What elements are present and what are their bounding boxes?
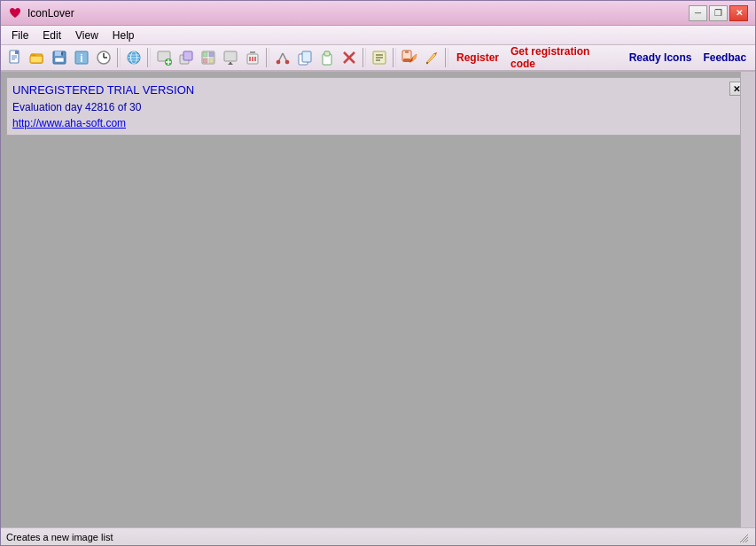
title-icon xyxy=(8,6,22,20)
new-button[interactable] xyxy=(4,47,26,68)
svg-point-42 xyxy=(277,60,280,64)
import-button[interactable] xyxy=(220,47,241,68)
trial-close-button[interactable]: ✕ xyxy=(729,82,744,96)
restore-button[interactable]: ❐ xyxy=(709,5,728,21)
title-bar: IconLover ─ ❐ ✕ xyxy=(1,1,755,26)
menu-edit[interactable]: Edit xyxy=(35,27,68,44)
ready-icons-link[interactable]: Ready Icons xyxy=(624,50,698,66)
svg-rect-6 xyxy=(30,56,43,63)
work-area: UNREGISTERED TRIAL VERSION Evaluation da… xyxy=(1,72,755,545)
svg-rect-10 xyxy=(61,52,63,56)
globe-button[interactable] xyxy=(123,47,144,68)
clock-button[interactable] xyxy=(93,47,114,68)
menu-view[interactable]: View xyxy=(68,27,105,44)
trial-eval: Evaluation day 42816 of 30 xyxy=(12,99,194,115)
svg-point-43 xyxy=(285,60,289,64)
save-button[interactable] xyxy=(49,47,70,68)
sep2 xyxy=(147,48,151,67)
svg-marker-34 xyxy=(228,62,233,65)
app-window: IconLover ─ ❐ ✕ File Edit View Help xyxy=(0,0,756,546)
svg-rect-1 xyxy=(15,51,19,54)
sep3 xyxy=(266,48,269,67)
sep6 xyxy=(445,48,448,67)
svg-rect-9 xyxy=(55,58,64,62)
svg-rect-47 xyxy=(324,51,330,56)
sep4 xyxy=(362,48,366,67)
paste-button[interactable] xyxy=(316,47,338,68)
delete-button[interactable] xyxy=(339,47,360,68)
open-button[interactable] xyxy=(27,47,48,68)
svg-text:i: i xyxy=(80,52,82,65)
get-code-link[interactable]: Get registration code xyxy=(505,43,623,72)
status-resize-grip xyxy=(736,530,750,544)
feedback-link[interactable]: Feedbac xyxy=(698,50,752,66)
info-button[interactable]: i xyxy=(71,47,92,68)
minimize-button[interactable]: ─ xyxy=(689,5,707,21)
toolbar: i xyxy=(1,45,755,72)
delete2-button[interactable] xyxy=(242,47,263,68)
menu-file[interactable]: File xyxy=(4,27,35,44)
menu-bar: File Edit View Help xyxy=(1,26,755,45)
title-left: IconLover xyxy=(8,6,74,20)
svg-rect-29 xyxy=(209,52,214,57)
svg-rect-55 xyxy=(405,51,409,53)
svg-line-65 xyxy=(745,540,748,542)
close-button[interactable]: ✕ xyxy=(729,5,748,21)
svg-rect-32 xyxy=(224,51,237,61)
svg-rect-56 xyxy=(403,58,410,62)
content-area: UNREGISTERED TRIAL VERSION Evaluation da… xyxy=(1,72,755,545)
title-text: IconLover xyxy=(27,7,74,20)
register-link[interactable]: Register xyxy=(451,50,504,66)
svg-rect-30 xyxy=(203,58,207,63)
cut-button[interactable] xyxy=(272,47,293,68)
trial-title: UNREGISTERED TRIAL VERSION xyxy=(12,82,194,99)
sep1 xyxy=(117,48,121,67)
svg-rect-26 xyxy=(183,51,192,60)
trial-notice: UNREGISTERED TRIAL VERSION Evaluation da… xyxy=(6,77,750,136)
title-buttons: ─ ❐ ✕ xyxy=(689,5,748,21)
svg-rect-31 xyxy=(209,58,214,63)
pencil-button[interactable] xyxy=(421,47,442,68)
trial-text: UNREGISTERED TRIAL VERSION Evaluation da… xyxy=(12,82,194,131)
add-button[interactable] xyxy=(153,47,175,68)
status-bar: Creates a new image list xyxy=(1,527,755,545)
status-text: Creates a new image list xyxy=(6,532,736,542)
svg-marker-59 xyxy=(426,53,436,63)
paint-button[interactable] xyxy=(399,47,420,68)
svg-line-64 xyxy=(743,537,748,542)
svg-rect-28 xyxy=(203,52,207,57)
trial-link[interactable]: http://www.aha-soft.com xyxy=(12,115,194,131)
properties-button[interactable] xyxy=(369,47,390,68)
svg-rect-8 xyxy=(55,51,62,56)
gallery-button[interactable] xyxy=(198,47,219,68)
sep5 xyxy=(393,48,396,67)
export-button[interactable] xyxy=(175,47,197,68)
svg-rect-45 xyxy=(302,51,311,62)
copy-button[interactable] xyxy=(294,47,316,68)
menu-help[interactable]: Help xyxy=(105,27,142,44)
